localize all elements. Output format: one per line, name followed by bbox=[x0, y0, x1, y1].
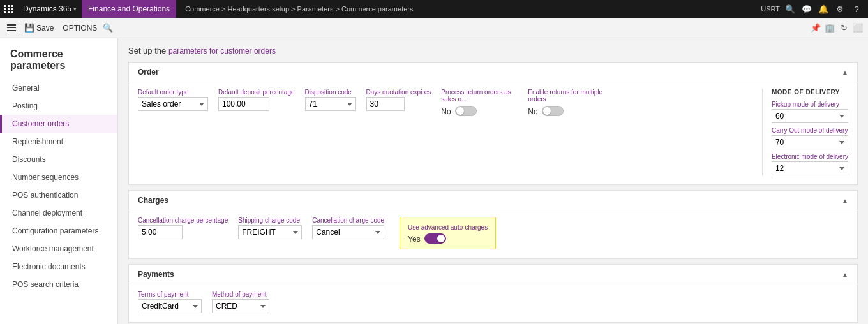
order-section: Order ▲ Default order type Sales order Q… bbox=[128, 62, 858, 185]
enable-returns-toggle-wrap: No bbox=[528, 104, 604, 116]
save-button[interactable]: 💾 Save bbox=[20, 21, 57, 34]
charges-form-row: Cancellation charge percentage Shipping … bbox=[138, 217, 848, 249]
disposition-code-select[interactable]: 71 bbox=[305, 97, 356, 111]
pickup-mode-group: Pickup mode of delivery 60 bbox=[772, 101, 848, 123]
charges-section-chevron: ▲ bbox=[842, 197, 848, 204]
apps-button[interactable] bbox=[0, 0, 18, 18]
method-of-payment-label: Method of payment bbox=[212, 291, 269, 298]
electronic-mode-group: Electronic mode of delivery 12 bbox=[772, 153, 848, 175]
use-advanced-label: Use advanced auto-charges bbox=[408, 224, 488, 231]
process-return-toggle-wrap: No bbox=[441, 104, 518, 116]
electronic-mode-select[interactable]: 12 bbox=[772, 161, 848, 175]
top-bar: Dynamics 365 ▾ Finance and Operations Co… bbox=[0, 0, 868, 18]
shipping-code-group: Shipping charge code FREIGHT bbox=[238, 217, 302, 239]
save-icon: 💾 bbox=[24, 23, 34, 33]
charges-section-body: Cancellation charge percentage Shipping … bbox=[129, 210, 857, 258]
use-advanced-group: Use advanced auto-charges Yes bbox=[400, 217, 496, 249]
order-form-row: Default order type Sales order Quote Def… bbox=[138, 89, 848, 175]
process-return-group: Process return orders as sales o... No bbox=[441, 89, 518, 116]
payments-form-row: Terms of payment CreditCard Method of pa… bbox=[138, 291, 848, 313]
electronic-mode-label: Electronic mode of delivery bbox=[772, 153, 848, 160]
settings-icon[interactable]: ⚙ bbox=[834, 3, 846, 15]
default-order-type-group: Default order type Sales order Quote bbox=[138, 89, 208, 111]
cancellation-pct-label: Cancellation charge percentage bbox=[138, 217, 228, 224]
alert-icon[interactable]: 🔔 bbox=[817, 3, 830, 15]
payments-section-title: Payments bbox=[138, 270, 174, 279]
shipping-code-select[interactable]: FREIGHT bbox=[238, 225, 302, 239]
sidebar-item-number-sequences[interactable]: Number sequences bbox=[0, 168, 117, 186]
search-icon[interactable]: 🔍 bbox=[784, 3, 797, 15]
process-return-value: No bbox=[441, 105, 451, 116]
sidebar-item-customer-orders[interactable]: Customer orders bbox=[0, 115, 117, 133]
fno-label: Finance and Operations bbox=[82, 0, 176, 18]
default-order-type-select[interactable]: Sales order Quote bbox=[138, 97, 208, 111]
charges-section: Charges ▲ Cancellation charge percentage… bbox=[128, 190, 858, 259]
pickup-mode-label: Pickup mode of delivery bbox=[772, 101, 848, 108]
carryout-mode-label: Carry Out mode of delivery bbox=[772, 127, 848, 134]
mode-delivery-title: MODE OF DELIVERY bbox=[772, 89, 848, 96]
sidebar-item-configuration-parameters[interactable]: Configuration parameters bbox=[0, 222, 117, 240]
use-advanced-value: Yes bbox=[408, 233, 421, 244]
office-icon[interactable]: 🏢 bbox=[823, 22, 836, 34]
carryout-mode-select[interactable]: 70 bbox=[772, 135, 848, 149]
days-quotation-label: Days quotation expires bbox=[366, 89, 431, 96]
sidebar-item-channel-deployment[interactable]: Channel deployment bbox=[0, 204, 117, 222]
cancellation-code-label: Cancellation charge code bbox=[312, 217, 384, 224]
enable-returns-value: No bbox=[528, 105, 537, 116]
process-return-label: Process return orders as sales o... bbox=[441, 89, 518, 103]
sidebar-item-posting[interactable]: Posting bbox=[0, 97, 117, 115]
content-subtitle: Set up the parameters for customer order… bbox=[128, 46, 858, 55]
sidebar-item-general[interactable]: General bbox=[0, 79, 117, 97]
order-section-body: Default order type Sales order Quote Def… bbox=[129, 82, 857, 184]
chat-icon[interactable]: 💬 bbox=[800, 3, 813, 15]
order-section-header[interactable]: Order ▲ bbox=[129, 63, 857, 82]
use-advanced-toggle[interactable] bbox=[424, 233, 446, 244]
enable-returns-label: Enable returns for multiple orders bbox=[528, 89, 604, 103]
order-section-chevron: ▲ bbox=[842, 69, 848, 76]
cancellation-code-group: Cancellation charge code Cancel bbox=[312, 217, 384, 239]
payments-section-chevron: ▲ bbox=[842, 271, 848, 278]
pin-icon[interactable]: 📌 bbox=[809, 22, 822, 34]
cancellation-code-select[interactable]: Cancel bbox=[312, 225, 384, 239]
enable-returns-toggle[interactable] bbox=[542, 106, 564, 116]
order-section-title: Order bbox=[138, 68, 159, 77]
default-deposit-pct-input[interactable] bbox=[218, 97, 269, 111]
enable-returns-group: Enable returns for multiple orders No bbox=[528, 89, 604, 116]
cancellation-pct-input[interactable] bbox=[138, 225, 183, 239]
maximize-icon[interactable]: ⬜ bbox=[851, 22, 864, 34]
toolbar-search-icon[interactable]: 🔍 bbox=[102, 22, 114, 34]
cancellation-pct-group: Cancellation charge percentage bbox=[138, 217, 228, 239]
days-quotation-input[interactable] bbox=[366, 97, 405, 111]
method-of-payment-select[interactable]: CRED bbox=[212, 299, 269, 313]
sidebar-item-replenishment[interactable]: Replenishment bbox=[0, 133, 117, 151]
charges-section-title: Charges bbox=[138, 196, 168, 205]
hamburger-menu[interactable] bbox=[4, 20, 19, 36]
breadcrumb: Commerce > Headquarters setup > Paramete… bbox=[176, 5, 761, 13]
sidebar-item-pos-authentication[interactable]: POS authentication bbox=[0, 186, 117, 204]
sidebar-item-workforce-management[interactable]: Workforce management bbox=[0, 240, 117, 258]
options-button[interactable]: OPTIONS bbox=[59, 22, 101, 34]
top-bar-right: USRT 🔍 💬 🔔 ⚙ ? bbox=[761, 3, 868, 15]
sidebar-item-electronic-documents[interactable]: Electronic documents bbox=[0, 258, 117, 276]
carryout-mode-group: Carry Out mode of delivery 70 bbox=[772, 127, 848, 149]
refresh-icon[interactable]: ↻ bbox=[837, 22, 850, 34]
terms-of-payment-group: Terms of payment CreditCard bbox=[138, 291, 202, 313]
disposition-code-label: Disposition code bbox=[305, 89, 356, 96]
use-advanced-toggle-wrap: Yes bbox=[408, 232, 488, 244]
payments-section-header[interactable]: Payments ▲ bbox=[129, 265, 857, 284]
page-title: Commerce parameters bbox=[0, 45, 117, 79]
process-return-toggle[interactable] bbox=[455, 106, 477, 116]
disposition-code-group: Disposition code 71 bbox=[305, 89, 356, 111]
days-quotation-group: Days quotation expires bbox=[366, 89, 431, 111]
dynamics-label[interactable]: Dynamics 365 ▾ bbox=[18, 0, 82, 18]
charges-section-header[interactable]: Charges ▲ bbox=[129, 191, 857, 210]
toolbar: 💾 Save OPTIONS 🔍 📌 🏢 ↻ ⬜ bbox=[0, 18, 868, 38]
sidebar-item-pos-search-criteria[interactable]: POS search criteria bbox=[0, 276, 117, 293]
sidebar-item-discounts[interactable]: Discounts bbox=[0, 151, 117, 168]
default-deposit-pct-label: Default deposit percentage bbox=[218, 89, 295, 96]
pickup-mode-select[interactable]: 60 bbox=[772, 109, 848, 123]
help-icon[interactable]: ? bbox=[850, 3, 863, 15]
payments-section: Payments ▲ Terms of payment CreditCard M… bbox=[128, 264, 858, 323]
payments-section-body: Terms of payment CreditCard Method of pa… bbox=[129, 284, 857, 322]
terms-of-payment-select[interactable]: CreditCard bbox=[138, 299, 202, 313]
